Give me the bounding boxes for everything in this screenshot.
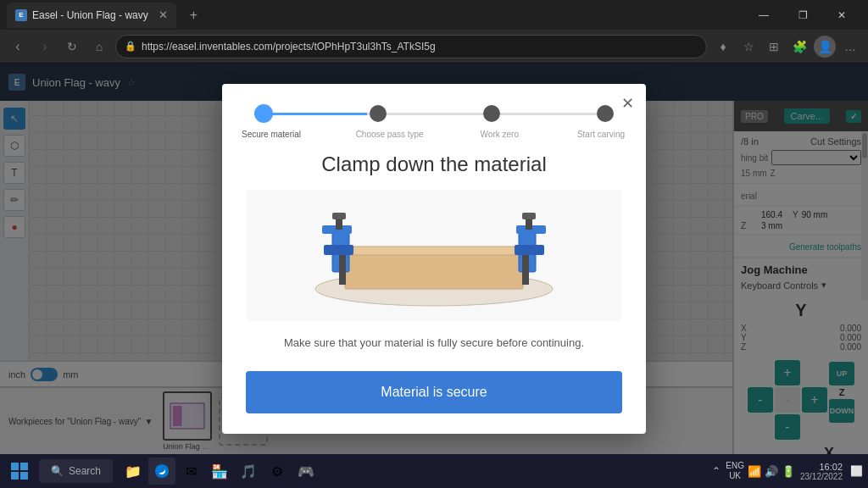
system-tray-area: ENGUK 📶 🔊 🔋	[726, 461, 795, 481]
new-tab-button[interactable]: +	[183, 8, 204, 23]
svg-rect-11	[522, 255, 529, 285]
clock-display: 16:02 23/12/2022	[800, 462, 843, 481]
volume-icon[interactable]: 🔊	[765, 465, 778, 478]
step-dot-3	[483, 105, 500, 122]
step-dot-1	[254, 104, 273, 123]
setup-modal: ✕ Secure mater	[222, 84, 646, 435]
material-secure-button[interactable]: Material is secure	[246, 371, 622, 413]
clock-time: 16:02	[800, 462, 843, 472]
step-label-2: Choose pass type	[352, 130, 428, 139]
back-button[interactable]: ‹	[7, 36, 29, 58]
taskbar-apps-area: 📁 ✉ 🏪 🎵 ⚙ 🎮	[120, 458, 320, 485]
modal-description: Make sure that your material is fully se…	[246, 335, 622, 352]
svg-rect-4	[345, 251, 523, 289]
menu-icon[interactable]: …	[839, 36, 861, 58]
mail-icon[interactable]: ✉	[177, 458, 204, 485]
modal-overlay: ✕ Secure mater	[0, 64, 868, 454]
extensions-area: ♦ ☆ ⊞ 🧩 👤 …	[712, 36, 861, 58]
clock-date: 23/12/2022	[800, 472, 843, 481]
lock-icon: 🔒	[125, 41, 136, 52]
notification-button[interactable]: ⬜	[848, 458, 865, 485]
modal-close-button[interactable]: ✕	[621, 94, 634, 113]
url-text: https://easel.inventables.com/projects/t…	[142, 41, 436, 53]
step-dot-2	[370, 105, 387, 122]
maximize-button[interactable]: ❐	[783, 0, 822, 30]
step-dot-4	[597, 105, 614, 122]
refresh-button[interactable]: ↻	[61, 36, 83, 58]
taskbar: 🔍 Search 📁 ✉ 🏪 🎵 ⚙ 🎮 ⌃ ENGUK 📶 🔊 🔋	[0, 454, 868, 488]
svg-rect-8	[339, 255, 346, 285]
extensions-icon[interactable]: 🧩	[788, 36, 810, 58]
profile-icon[interactable]: 👤	[814, 36, 836, 58]
search-label: Search	[69, 465, 101, 477]
modal-title: Clamp down the material	[246, 152, 622, 176]
locale-text: ENGUK	[726, 461, 744, 481]
tab-favicon: E	[15, 9, 27, 21]
svg-rect-14	[332, 213, 346, 219]
clamp-illustration	[298, 196, 570, 314]
taskbar-search-bar[interactable]: 🔍 Search	[39, 459, 113, 483]
settings-icon[interactable]: ⚙	[264, 458, 291, 485]
wifi-icon[interactable]: 📶	[748, 465, 761, 478]
close-button[interactable]: ✕	[822, 0, 861, 30]
store-icon[interactable]: 🏪	[206, 458, 233, 485]
favorites-icon[interactable]: ☆	[737, 36, 760, 58]
svg-rect-5	[345, 247, 523, 255]
start-button[interactable]	[3, 454, 36, 488]
svg-rect-17	[522, 213, 536, 219]
step-label-1: Secure material	[237, 130, 305, 139]
svg-rect-7	[324, 245, 353, 255]
step-label-3: Work zero	[474, 130, 525, 139]
read-aloud-icon[interactable]: ♦	[712, 36, 734, 58]
tab-title: Easel - Union Flag - wavy	[32, 9, 148, 21]
collections-icon[interactable]: ⊞	[763, 36, 785, 58]
material-illustration-area	[246, 190, 622, 321]
chevron-up-icon[interactable]: ⌃	[712, 465, 721, 477]
battery-icon[interactable]: 🔋	[782, 465, 795, 478]
close-tab-icon[interactable]: ✕	[153, 8, 168, 21]
edge-icon[interactable]	[148, 458, 175, 485]
svg-rect-10	[515, 245, 544, 255]
address-bar[interactable]: 🔒 https://easel.inventables.com/projects…	[115, 35, 707, 58]
search-icon: 🔍	[51, 465, 64, 477]
step-label-4: Start carving	[571, 130, 631, 139]
forward-button[interactable]: ›	[34, 36, 56, 58]
file-explorer-icon[interactable]: 📁	[120, 458, 147, 485]
app7-icon[interactable]: 🎮	[292, 458, 320, 485]
minimize-button[interactable]: —	[744, 0, 783, 30]
browser-tab[interactable]: E Easel - Union Flag - wavy ✕	[7, 3, 176, 28]
home-button[interactable]: ⌂	[88, 36, 110, 58]
spotify-icon[interactable]: 🎵	[235, 458, 262, 485]
